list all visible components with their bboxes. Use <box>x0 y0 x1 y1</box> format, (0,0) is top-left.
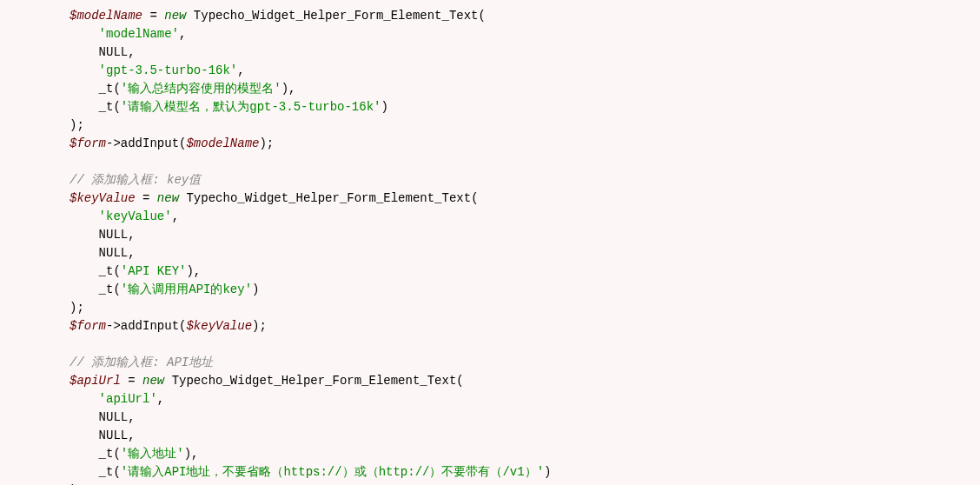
function-call: _t <box>99 447 114 461</box>
variable-keyValue: $keyValue <box>70 191 136 205</box>
function-call: _t <box>99 82 114 96</box>
string-arg: '请输入API地址，不要省略（https://）或（http://）不要带有（/… <box>121 465 544 479</box>
string-arg: '输入地址' <box>121 447 184 461</box>
class-name: Typecho_Widget_Helper_Form_Element_Text <box>186 191 471 205</box>
string-arg: 'keyValue' <box>99 209 172 223</box>
string-arg: 'API KEY' <box>121 264 187 278</box>
method-call: ->addInput( <box>106 319 186 333</box>
comment-line: // 添加输入框: key值 <box>70 173 201 187</box>
comment-line: // 添加输入框: API地址 <box>70 355 213 369</box>
null-constant: NULL <box>99 228 129 242</box>
string-arg: 'gpt-3.5-turbo-16k' <box>99 63 238 77</box>
string-arg: '请输入模型名，默认为gpt-3.5-turbo-16k' <box>121 100 381 114</box>
variable-modelName: $modelName <box>186 136 259 150</box>
keyword-new: new <box>164 9 186 23</box>
string-arg: 'apiUrl' <box>99 392 157 406</box>
function-call: _t <box>99 100 114 114</box>
variable-form: $form <box>70 319 106 333</box>
code-block: $modelName = new Typecho_Widget_Helper_F… <box>0 7 980 485</box>
string-arg: '输入总结内容使用的模型名' <box>121 82 281 96</box>
method-call: ->addInput( <box>106 136 186 150</box>
function-call: _t <box>99 264 114 278</box>
function-call: _t <box>99 465 114 479</box>
null-constant: NULL <box>99 429 129 442</box>
null-constant: NULL <box>99 45 129 59</box>
keyword-new: new <box>157 191 179 205</box>
string-arg: '输入调用用API的key' <box>121 282 252 296</box>
null-constant: NULL <box>99 410 129 424</box>
variable-apiUrl: $apiUrl <box>70 374 121 388</box>
variable-modelName: $modelName <box>70 9 142 23</box>
variable-form: $form <box>70 136 106 150</box>
class-name: Typecho_Widget_Helper_Form_Element_Text <box>194 9 479 23</box>
null-constant: NULL <box>99 246 129 260</box>
variable-keyValue: $keyValue <box>186 319 252 333</box>
string-arg: 'modelName' <box>99 27 179 41</box>
class-name: Typecho_Widget_Helper_Form_Element_Text <box>172 374 457 388</box>
function-call: _t <box>99 282 114 296</box>
keyword-new: new <box>142 374 164 388</box>
